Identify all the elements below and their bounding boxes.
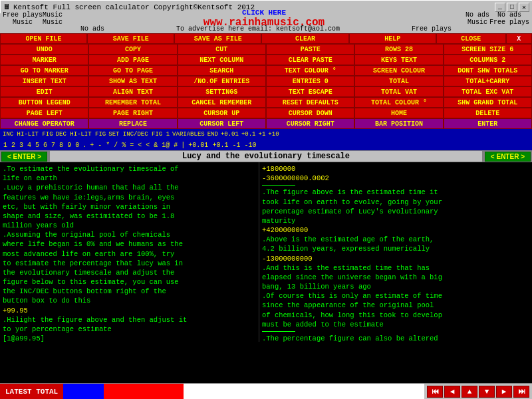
screen-size-btn[interactable]: SCREEN SIZE 6 <box>444 44 532 55</box>
dont-shw-btn[interactable]: DONT SHW TOTALS <box>444 65 532 76</box>
entries-btn[interactable]: ENTRIES 0 <box>266 76 354 86</box>
minimize-button[interactable]: _ <box>495 3 505 12</box>
cursor-down-btn[interactable]: CURSOR DOWN <box>266 108 354 118</box>
bar-position-btn[interactable]: BAR POSITION <box>354 118 443 129</box>
delete-btn[interactable]: DELETE <box>444 108 532 118</box>
close-btn[interactable]: CLOSE <box>436 33 506 44</box>
x-btn[interactable]: X <box>506 33 532 44</box>
open-file-btn[interactable]: OPEN FILE <box>0 33 87 44</box>
home-btn[interactable]: HOME <box>354 108 443 118</box>
page-right-btn[interactable]: PAGE RIGHT <box>88 108 177 118</box>
edit-btn[interactable]: EDIT <box>0 86 88 97</box>
mult-op[interactable]: * <box>104 142 112 149</box>
enter-right-btn[interactable]: < ENTER > <box>485 152 531 162</box>
nav-first-btn[interactable]: ⏮ <box>427 386 443 398</box>
save-as-btn[interactable]: SAVE AS FILE <box>174 33 261 44</box>
undo-btn[interactable]: UNDO <box>0 44 88 55</box>
nav-prev-btn[interactable]: ◀ <box>444 386 460 398</box>
end-btn[interactable]: END <box>206 131 219 138</box>
settings-btn[interactable]: SETTINGS <box>178 86 266 97</box>
plus01-2[interactable]: +0.1 <box>210 142 230 149</box>
rows-btn[interactable]: ROWS 28 <box>354 44 443 55</box>
plus-10-btn[interactable]: +10 <box>267 131 280 138</box>
inc-hi-lit-btn[interactable]: INC HI-LIT FIG <box>1 131 55 138</box>
total-carry-btn[interactable]: TOTAL+CARRY <box>444 76 532 86</box>
amp-op[interactable]: & <box>152 142 160 149</box>
no-entries-btn[interactable]: /NO.OF ENTRIES <box>178 76 266 86</box>
cut-btn[interactable]: CUT <box>178 44 266 55</box>
num-2[interactable]: 2 <box>9 142 17 149</box>
cursor-up-btn[interactable]: CURSOR UP <box>178 108 266 118</box>
reset-defaults-btn[interactable]: RESET DEFAULTS <box>266 97 354 108</box>
copy-btn[interactable]: COPY <box>88 44 177 55</box>
minus-op[interactable]: - <box>96 142 104 149</box>
help-btn[interactable]: HELP <box>349 33 436 44</box>
button-legend-btn[interactable]: BUTTON LEGEND <box>0 97 88 108</box>
oneat-op[interactable]: 1@ <box>160 142 172 149</box>
enter-left-btn[interactable]: < ENTER > <box>1 152 47 162</box>
enter-btn[interactable]: ENTER <box>444 118 532 129</box>
hash-op[interactable]: # <box>172 142 180 149</box>
maximize-button[interactable]: □ <box>507 3 517 12</box>
plus-1-btn[interactable]: +1 <box>257 131 267 138</box>
nav-next-btn[interactable]: ▶ <box>496 386 512 398</box>
eq-op[interactable]: = <box>128 142 136 149</box>
remember-total-btn[interactable]: REMEMBER TOTAL <box>88 97 177 108</box>
cursor-right-btn[interactable]: CURSOR RIGHT <box>266 118 354 129</box>
num-8[interactable]: 8 <box>57 142 65 149</box>
shw-grand-btn[interactable]: SHW GRAND TOTAL <box>444 97 532 108</box>
lt-op[interactable]: < <box>136 142 144 149</box>
num-6[interactable]: 6 <box>41 142 49 149</box>
replace-btn[interactable]: REPLACE <box>88 118 177 129</box>
go-marker-btn[interactable]: GO TO MARKER <box>0 65 88 76</box>
num-0[interactable]: 0 <box>73 142 81 149</box>
insert-text-btn[interactable]: INSERT TEXT <box>0 76 88 86</box>
minus1-2[interactable]: -1 <box>230 142 242 149</box>
set-inc-dec-btn[interactable]: SET INC/DEC FIG 1 <box>107 131 171 138</box>
num-3[interactable]: 3 <box>17 142 25 149</box>
div-op[interactable]: / <box>112 142 120 149</box>
text-escape-btn[interactable]: TEXT ESCAPE <box>266 86 354 97</box>
plus001-2[interactable]: +0.01 <box>186 142 210 149</box>
minus10-2[interactable]: -10 <box>242 142 258 149</box>
clear-paste-btn[interactable]: CLEAR PASTE <box>266 55 354 65</box>
go-page-btn[interactable]: GO TO PAGE <box>88 65 177 76</box>
dec-hi-lit-btn[interactable]: DEC HI-LIT FIG <box>55 131 108 138</box>
change-operator-btn[interactable]: CHANGE OPERATOR <box>0 118 88 129</box>
title-controls[interactable]: _ □ ✕ <box>495 3 529 12</box>
keys-text-btn[interactable]: KEYS TEXT <box>354 55 443 65</box>
page-left-btn[interactable]: PAGE LEFT <box>0 108 88 118</box>
lt2-op[interactable]: < <box>144 142 152 149</box>
total-vat-btn[interactable]: TOTAL VAT <box>354 86 443 97</box>
next-col-btn[interactable]: NEXT COLUMN <box>178 55 266 65</box>
cancel-remember-btn[interactable]: CANCEL REMEMBER <box>178 97 266 108</box>
add-page-btn[interactable]: ADD PAGE <box>88 55 177 65</box>
paste-btn[interactable]: PASTE <box>266 44 354 55</box>
num-7[interactable]: 7 <box>49 142 57 149</box>
total-exc-btn[interactable]: TOTAL EXC VAT <box>444 86 532 97</box>
variables-btn[interactable]: VARIABLES <box>171 131 206 138</box>
show-as-text-btn[interactable]: SHOW AS TEXT <box>88 76 177 86</box>
num-5[interactable]: 5 <box>33 142 41 149</box>
search-btn[interactable]: SEARCH <box>178 65 266 76</box>
columns-btn[interactable]: COLUMNS 2 <box>444 55 532 65</box>
marker-btn[interactable]: MARKER <box>0 55 88 65</box>
num-1[interactable]: 1 <box>1 142 9 149</box>
screen-colour-btn[interactable]: SCREEN COLOUR <box>354 65 443 76</box>
num-9[interactable]: 9 <box>65 142 73 149</box>
nav-down-btn[interactable]: ▼ <box>479 386 495 398</box>
nav-up-btn[interactable]: ▲ <box>462 386 477 398</box>
click-here-text[interactable]: CLICK HERE <box>63 9 466 17</box>
text-colour-btn[interactable]: TEXT COLOUR ° <box>266 65 354 76</box>
pct-op[interactable]: % <box>120 142 128 149</box>
align-text-btn[interactable]: ALIGN TEXT <box>88 86 177 97</box>
plus-01-btn[interactable]: +0.1 <box>240 131 257 138</box>
save-file-btn[interactable]: SAVE FILE <box>87 33 174 44</box>
total-colour-btn[interactable]: TOTAL COLOUR ° <box>354 97 443 108</box>
cursor-left-btn[interactable]: CURSOR LEFT <box>178 118 266 129</box>
total-btn[interactable]: TOTAL <box>354 76 443 86</box>
clear-btn[interactable]: CLEAR <box>261 33 348 44</box>
plus-001-btn[interactable]: +0.01 <box>219 131 240 138</box>
close-button[interactable]: ✕ <box>519 3 529 12</box>
num-4[interactable]: 4 <box>25 142 33 149</box>
